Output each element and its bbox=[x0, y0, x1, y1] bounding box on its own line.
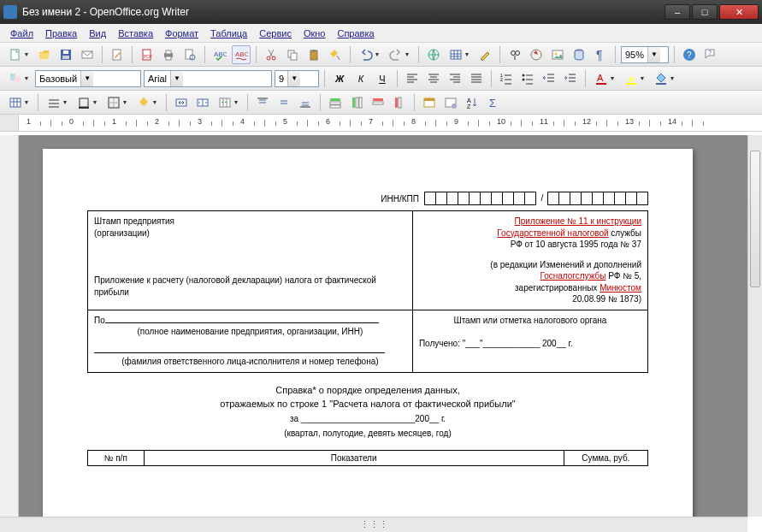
merge-cells-button[interactable] bbox=[172, 93, 191, 112]
email-button[interactable] bbox=[78, 45, 97, 64]
background-color-button[interactable]: ▼ bbox=[651, 69, 678, 88]
zoom-combo[interactable]: 95%▼ bbox=[621, 46, 669, 63]
sort-button[interactable]: AZ bbox=[463, 93, 481, 112]
undo-button[interactable]: ▼ bbox=[356, 45, 383, 64]
document-page[interactable]: ИНН/КПП / Штамп предприятия (организации… bbox=[43, 149, 693, 517]
menu-tools[interactable]: Сервис bbox=[254, 27, 297, 40]
split-cells-button[interactable] bbox=[193, 93, 212, 112]
document-scroll[interactable]: ИНН/КПП / Штамп предприятия (организации… bbox=[19, 135, 747, 517]
maximize-button[interactable]: □ bbox=[692, 4, 718, 20]
align-right-button[interactable] bbox=[446, 69, 464, 88]
new-button[interactable]: ▼ bbox=[5, 45, 32, 64]
chevron-down-icon[interactable]: ▼ bbox=[287, 71, 300, 86]
svg-rect-58 bbox=[395, 98, 398, 108]
show-draw-button[interactable] bbox=[476, 45, 494, 64]
chevron-down-icon[interactable]: ▼ bbox=[170, 71, 183, 86]
optimize-button[interactable]: ▼ bbox=[215, 93, 242, 112]
received-label: Получено: "___"____________ 200__ г. bbox=[419, 338, 641, 350]
menu-format[interactable]: Формат bbox=[160, 27, 204, 40]
print-preview-button[interactable] bbox=[180, 45, 199, 64]
close-button[interactable]: ✕ bbox=[719, 4, 759, 20]
underline-button[interactable]: Ч bbox=[373, 69, 392, 88]
bold-button[interactable]: Ж bbox=[330, 69, 349, 88]
find-button[interactable] bbox=[505, 45, 524, 64]
cell-bg-button[interactable]: ▼ bbox=[133, 93, 161, 112]
nonprinting-button[interactable]: ¶ bbox=[591, 45, 610, 64]
valign-top-button[interactable] bbox=[253, 93, 272, 112]
svg-text:2: 2 bbox=[500, 77, 503, 82]
table-button[interactable]: ▼ bbox=[5, 93, 32, 112]
cut-button[interactable] bbox=[262, 45, 281, 64]
redo-button[interactable]: ▼ bbox=[386, 45, 413, 64]
period-hint: (квартал, полугодие, девять месяцев, год… bbox=[87, 429, 648, 438]
horizontal-ruler[interactable]: 101234567891011121314 bbox=[0, 115, 762, 132]
menu-view[interactable]: Вид bbox=[84, 27, 111, 40]
insert-row-button[interactable] bbox=[326, 93, 345, 112]
gallery-button[interactable] bbox=[548, 45, 567, 64]
font-color-button[interactable]: A▼ bbox=[591, 69, 618, 88]
valign-middle-button[interactable] bbox=[275, 93, 293, 112]
chevron-down-icon[interactable]: ▼ bbox=[647, 47, 660, 62]
font-name-combo[interactable]: Arial▼ bbox=[144, 70, 272, 87]
horizontal-scrollbar[interactable]: ⋮⋮⋮ bbox=[0, 517, 747, 532]
vertical-scrollbar[interactable] bbox=[747, 135, 762, 517]
open-button[interactable] bbox=[35, 45, 54, 64]
vertical-ruler[interactable] bbox=[0, 135, 19, 517]
scrollbar-thumb[interactable] bbox=[750, 151, 760, 287]
menu-help[interactable]: Справка bbox=[332, 27, 379, 40]
highlight-button[interactable]: ▼ bbox=[621, 69, 648, 88]
insert-table-button[interactable]: ▼ bbox=[446, 45, 473, 64]
delete-row-button[interactable] bbox=[369, 93, 387, 112]
styles-button[interactable]: ▼ bbox=[5, 69, 32, 88]
borders-button[interactable]: ▼ bbox=[103, 93, 131, 112]
menu-table[interactable]: Таблица bbox=[205, 27, 252, 40]
app-icon bbox=[3, 5, 17, 19]
print-button[interactable] bbox=[159, 45, 178, 64]
svg-rect-22 bbox=[451, 50, 461, 59]
navigator-button[interactable] bbox=[527, 45, 546, 64]
align-center-button[interactable] bbox=[424, 69, 443, 88]
valign-bottom-button[interactable] bbox=[296, 93, 315, 112]
chevron-down-icon[interactable]: ▼ bbox=[80, 71, 93, 86]
menu-bar: Файл Правка Вид Вставка Формат Таблица С… bbox=[0, 24, 762, 43]
minimize-button[interactable]: – bbox=[665, 4, 690, 20]
bullet-list-button[interactable] bbox=[518, 69, 537, 88]
save-button[interactable] bbox=[56, 45, 75, 64]
svg-rect-54 bbox=[356, 98, 358, 108]
gosnalog-link: Госналогслужбы bbox=[540, 271, 605, 281]
autoformat-button[interactable] bbox=[420, 93, 439, 112]
line-color-button[interactable]: ▼ bbox=[74, 93, 101, 112]
line-style-button[interactable]: ▼ bbox=[44, 93, 71, 112]
sum-button[interactable]: Σ bbox=[484, 93, 503, 112]
menu-insert[interactable]: Вставка bbox=[113, 27, 158, 40]
menu-edit[interactable]: Правка bbox=[40, 27, 82, 40]
menu-window[interactable]: Окно bbox=[298, 27, 331, 40]
align-justify-button[interactable] bbox=[467, 69, 486, 88]
export-pdf-button[interactable]: PDF bbox=[138, 45, 157, 64]
help-button[interactable]: ? bbox=[680, 45, 699, 64]
format-paintbrush-button[interactable] bbox=[326, 45, 345, 64]
spellcheck-button[interactable]: ABC bbox=[210, 45, 229, 64]
svg-point-38 bbox=[523, 78, 525, 80]
font-size-combo[interactable]: 9▼ bbox=[275, 70, 319, 87]
org-label: (организации) bbox=[94, 228, 406, 239]
menu-file[interactable]: Файл bbox=[5, 27, 38, 40]
table-props-button[interactable] bbox=[441, 93, 460, 112]
increase-indent-button[interactable] bbox=[561, 69, 580, 88]
hyperlink-button[interactable] bbox=[424, 45, 443, 64]
whats-this-button[interactable]: ? bbox=[701, 45, 720, 64]
decrease-indent-button[interactable] bbox=[540, 69, 558, 88]
svg-rect-53 bbox=[352, 98, 355, 108]
delete-col-button[interactable] bbox=[390, 93, 409, 112]
insert-col-button[interactable] bbox=[347, 93, 366, 112]
paste-button[interactable] bbox=[304, 45, 323, 64]
edit-doc-button[interactable] bbox=[108, 45, 127, 64]
italic-button[interactable]: К bbox=[351, 69, 370, 88]
align-left-button[interactable] bbox=[403, 69, 422, 88]
numbered-list-button[interactable]: 12 bbox=[497, 69, 516, 88]
autospell-button[interactable]: ABC bbox=[232, 45, 251, 64]
svg-text:Σ: Σ bbox=[489, 97, 496, 109]
data-sources-button[interactable] bbox=[570, 45, 588, 64]
para-style-combo[interactable]: Базовый▼ bbox=[35, 70, 141, 87]
copy-button[interactable] bbox=[283, 45, 302, 64]
